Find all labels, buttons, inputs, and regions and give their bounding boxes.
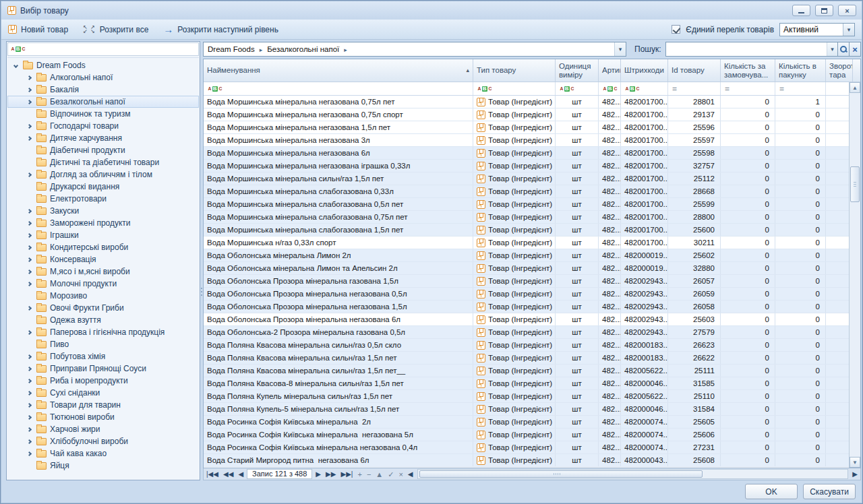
tree-item[interactable]: Овочі Фрукти Гриби xyxy=(7,302,199,314)
tree-item[interactable]: Бакалія xyxy=(7,84,199,96)
clear-search-button[interactable]: × xyxy=(850,42,861,57)
table-row[interactable]: Вода Старий Миргород питна негазована 6л… xyxy=(204,454,860,467)
table-row[interactable]: Вода Моршинська мінеральна слабогазована… xyxy=(204,224,860,237)
table-row[interactable]: Вода Моршинська мінеральна негазована 0,… xyxy=(204,108,860,121)
new-product-button[interactable]: Новий товар xyxy=(8,25,68,34)
expander[interactable] xyxy=(25,125,33,128)
column-filter-cell[interactable]: ABC xyxy=(556,82,599,95)
tree-item[interactable]: Безалкогольні напої xyxy=(7,96,199,108)
expander[interactable] xyxy=(25,173,33,177)
delete-record-button[interactable]: − xyxy=(365,470,372,479)
prior-record-button[interactable]: ◀ xyxy=(237,470,245,479)
tree-item[interactable]: Закуски xyxy=(7,205,199,217)
edit-record-button[interactable]: ▲ xyxy=(374,470,384,479)
tree-item[interactable]: Дієтичні та діабетичні товари xyxy=(7,156,199,168)
prior-page-button[interactable]: ◀◀ xyxy=(222,470,235,479)
cancel-record-button[interactable]: × xyxy=(397,470,404,479)
scroll-down-button[interactable]: ▼ xyxy=(850,457,860,468)
tree-item[interactable]: Тютюнові вироби xyxy=(7,411,199,423)
breadcrumb-dropdown-button[interactable]: ▾ xyxy=(614,42,626,56)
tree-item[interactable]: Друкарскі видання xyxy=(7,181,199,193)
tree-item[interactable]: Одежа взуття xyxy=(7,314,199,326)
expander[interactable] xyxy=(25,307,33,310)
column-header[interactable]: Артикул xyxy=(599,59,621,82)
column-header[interactable]: Найменування▴ xyxy=(204,59,473,82)
tree-item[interactable]: Хлібобулочні вироби xyxy=(7,435,199,447)
table-row[interactable]: Вода Поляна Купель-5 мінеральна сильн/га… xyxy=(204,403,860,416)
tree-item[interactable]: Догляд за обличчям і тілом xyxy=(7,168,199,181)
insert-record-button[interactable]: + xyxy=(356,470,363,479)
horizontal-scrollbar-thumb[interactable] xyxy=(419,470,703,478)
expander[interactable] xyxy=(25,404,33,407)
table-row[interactable]: Вода Росинка Софія Київська мінеральна 2… xyxy=(204,416,860,429)
expander[interactable] xyxy=(25,270,33,274)
tree-item[interactable]: Дитяче харчування xyxy=(7,132,199,144)
first-record-button[interactable]: |◀◀ xyxy=(205,470,220,479)
expander[interactable] xyxy=(25,76,33,80)
table-row[interactable]: Вода Моршинська мінеральна слабогазована… xyxy=(204,198,860,211)
table-row[interactable]: Вода Моршинська мінеральна негазована іг… xyxy=(204,160,860,172)
tree-item[interactable]: Алкогольні напої xyxy=(7,71,199,84)
column-filter-cell[interactable]: ABC xyxy=(599,82,621,95)
tree-item[interactable]: Іграшки xyxy=(7,229,199,241)
table-row[interactable]: Вода Поляна Квасова мінеральна сильн/газ… xyxy=(204,365,860,377)
post-record-button[interactable]: ✓ xyxy=(386,470,395,479)
table-row[interactable]: Вода Оболонська мінеральна Лимон та Апел… xyxy=(204,262,860,275)
table-row[interactable]: Вода Моршинська мінеральна слабогазована… xyxy=(204,185,860,198)
breadcrumb-segment[interactable]: Dream Foods xyxy=(208,45,255,53)
close-button[interactable]: × xyxy=(838,5,856,16)
expander[interactable] xyxy=(25,210,33,213)
table-row[interactable]: Вода Моршинська мінеральна негазована 0,… xyxy=(204,96,860,108)
column-header[interactable]: Штрихкоди xyxy=(621,59,668,82)
tree-root-item[interactable]: Dream Foods xyxy=(7,59,199,71)
unified-list-checkbox[interactable] xyxy=(672,25,680,34)
expander[interactable] xyxy=(25,234,33,237)
column-filter-cell[interactable]: ABC xyxy=(621,82,668,95)
breadcrumb-segment[interactable]: Безалкогольні напої xyxy=(267,45,339,53)
table-row[interactable]: Вода Моршинська мінеральна негазована 3л… xyxy=(204,134,860,147)
expander[interactable] xyxy=(25,88,33,92)
expander[interactable] xyxy=(25,452,33,455)
ok-button[interactable]: OK xyxy=(745,484,798,499)
next-record-button[interactable]: ▶ xyxy=(314,470,322,479)
expander[interactable] xyxy=(25,100,33,104)
tree-item[interactable]: Консервація xyxy=(7,253,199,265)
tree-item[interactable]: Кондитерські вироби xyxy=(7,241,199,253)
tree-item[interactable]: Яйця xyxy=(7,460,199,472)
expander[interactable] xyxy=(25,331,33,334)
table-row[interactable]: Вода Росинка Софія Київська мінеральна н… xyxy=(204,441,860,454)
expander[interactable] xyxy=(25,440,33,443)
table-row[interactable]: Вода Поляна Квасова мінеральна сильн/газ… xyxy=(204,352,860,365)
search-history-dropdown[interactable]: ▾ xyxy=(827,42,837,56)
tree-item[interactable]: Відпочинок та туризм xyxy=(7,108,199,120)
tree-item[interactable]: Паперова і гігієнічна продукція xyxy=(7,326,199,338)
chevron-down-icon[interactable]: ▾ xyxy=(843,24,854,36)
scroll-left-button[interactable]: ◀ xyxy=(407,470,415,479)
tree-item[interactable]: Приправи Прянощі Соуси xyxy=(7,363,199,375)
table-row[interactable]: Вода Моршинська мінеральна негазована 6л… xyxy=(204,147,860,160)
expander[interactable] xyxy=(25,416,33,419)
status-filter-select[interactable]: Активний ▾ xyxy=(779,23,855,36)
tree-item[interactable]: Пиво xyxy=(7,338,199,350)
table-row[interactable]: Вода Моршинська мінеральна слабогазована… xyxy=(204,211,860,224)
next-page-button[interactable]: ▶▶ xyxy=(324,470,337,479)
expander[interactable] xyxy=(25,391,33,395)
cancel-button[interactable]: Скасувати xyxy=(803,484,856,499)
tree-item[interactable]: Харчові жири xyxy=(7,423,199,435)
column-filter-cell[interactable]: = xyxy=(775,82,826,95)
restore-button[interactable] xyxy=(815,5,833,16)
table-row[interactable]: Вода Моршинська н/газ 0,33л спортТовар (… xyxy=(204,237,860,249)
breadcrumb[interactable]: Dream Foods▸Безалкогольні напої▸ ▾ xyxy=(203,42,626,57)
table-row[interactable]: Вода Оболонська Прозора мінеральна негаз… xyxy=(204,301,860,313)
table-row[interactable]: Вода Оболонська Прозора мінеральна негаз… xyxy=(204,313,860,326)
expand-all-button[interactable]: ↖ ↗↙ ↘ Розкрити все xyxy=(83,25,148,34)
expander[interactable] xyxy=(25,137,33,140)
table-row[interactable]: Вода Оболонська-2 Прозора мінеральна газ… xyxy=(204,326,860,339)
column-filter-cell[interactable]: ABC xyxy=(473,82,556,95)
tree-item[interactable]: Діабетичні продукти xyxy=(7,144,199,156)
tree-item[interactable]: Молочні продукти xyxy=(7,278,199,290)
column-header[interactable]: Кількість за замовчува... xyxy=(721,59,775,82)
column-header[interactable]: Одиниця виміру xyxy=(556,59,599,82)
tree-item[interactable]: М,ясо і м,ясні вироби xyxy=(7,265,199,278)
expander[interactable] xyxy=(25,379,33,383)
